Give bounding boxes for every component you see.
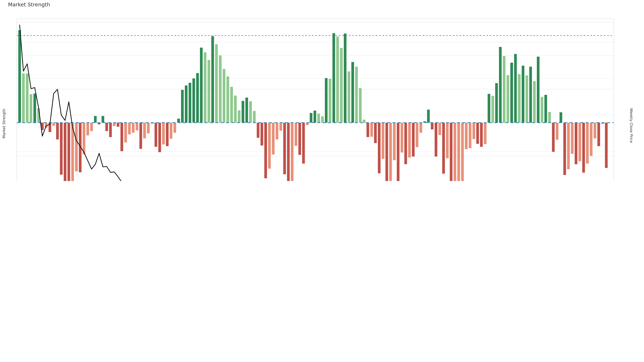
- strength-bar: [503, 56, 506, 123]
- strength-bar: [253, 111, 256, 123]
- strength-bar: [518, 74, 520, 123]
- strength-bar: [567, 123, 570, 169]
- strength-bar: [26, 73, 28, 123]
- strength-bar: [355, 67, 358, 123]
- strength-bar: [563, 123, 566, 175]
- strength-bar: [143, 123, 146, 138]
- strength-bar: [416, 123, 418, 147]
- strength-bar: [325, 78, 328, 123]
- strength-bar: [276, 123, 278, 139]
- strength-bar: [412, 123, 414, 157]
- strength-bar: [556, 123, 558, 140]
- strength-bar: [329, 79, 332, 123]
- strength-bar: [529, 67, 532, 123]
- strength-bar: [571, 123, 574, 154]
- strength-bar: [128, 123, 131, 134]
- strength-bar: [75, 123, 78, 171]
- strength-bar: [461, 123, 464, 181]
- strength-bar: [242, 101, 244, 123]
- strength-bar: [260, 123, 263, 145]
- strength-bar: [30, 94, 32, 123]
- strength-bar: [469, 123, 472, 148]
- strength-bar: [389, 123, 392, 181]
- strength-bar: [185, 85, 188, 123]
- strength-bar: [102, 116, 104, 123]
- strength-bar: [332, 33, 335, 123]
- strength-bar: [238, 110, 240, 123]
- strength-bar: [476, 123, 479, 144]
- strength-bar: [499, 47, 502, 123]
- strength-bar: [450, 123, 452, 181]
- strength-bar: [408, 123, 411, 158]
- strength-bar: [544, 95, 547, 123]
- chart-canvas: [0, 0, 644, 181]
- strength-bar: [442, 123, 445, 174]
- strength-bar: [435, 123, 438, 157]
- strength-bar: [484, 123, 486, 144]
- strength-bar: [162, 123, 165, 144]
- strength-bar: [257, 123, 260, 138]
- strength-bar: [94, 116, 96, 123]
- strength-bar: [454, 123, 456, 181]
- strength-bar: [378, 123, 380, 173]
- strength-bar: [234, 95, 237, 123]
- strength-bar: [363, 120, 366, 123]
- strength-bar: [560, 112, 562, 123]
- strength-bar: [22, 73, 25, 123]
- strength-bar: [226, 76, 229, 123]
- strength-bar: [56, 123, 59, 139]
- strength-bar: [541, 97, 544, 123]
- strength-bar: [204, 52, 206, 123]
- strength-bar: [310, 113, 312, 123]
- strength-bar: [438, 123, 441, 135]
- strength-bar: [321, 116, 324, 123]
- strength-bar: [33, 93, 36, 123]
- strength-bar: [189, 83, 191, 123]
- strength-bar: [139, 123, 142, 149]
- strength-bar: [245, 97, 248, 123]
- strength-bar: [136, 123, 138, 130]
- strength-bar: [374, 123, 377, 143]
- strength-bar: [370, 123, 373, 137]
- strength-bar: [249, 101, 252, 123]
- strength-bar: [386, 123, 388, 181]
- strength-bar: [215, 44, 218, 123]
- strength-bar: [120, 123, 123, 151]
- strength-bar: [64, 123, 66, 181]
- strength-bar: [105, 123, 108, 131]
- strength-bar: [340, 48, 343, 123]
- strength-bar: [302, 123, 305, 164]
- strength-bar: [200, 48, 202, 123]
- strength-bar: [264, 123, 267, 178]
- strength-bar: [488, 94, 490, 123]
- strength-bar: [166, 123, 168, 146]
- strength-bar: [109, 123, 112, 137]
- strength-bar: [60, 123, 62, 175]
- strength-bar: [431, 123, 434, 129]
- strength-bar: [192, 78, 195, 123]
- strength-bar: [510, 63, 513, 123]
- strength-bar: [506, 75, 509, 123]
- strength-bar: [181, 90, 184, 123]
- strength-bar: [230, 87, 233, 123]
- strength-bar: [196, 73, 199, 123]
- strength-bar: [132, 123, 134, 133]
- strength-bar: [170, 123, 172, 139]
- strength-bar: [219, 55, 222, 123]
- strength-bar: [465, 123, 468, 149]
- strength-bar: [86, 123, 89, 135]
- strength-bar: [268, 123, 271, 169]
- strength-bar: [272, 123, 274, 155]
- strength-bar: [420, 123, 422, 133]
- chart-page: Market Strength Market Strength Weekly C…: [0, 0, 644, 181]
- strength-bar: [575, 123, 578, 164]
- strength-bar: [522, 66, 524, 123]
- strength-bar: [154, 123, 157, 147]
- strength-bar: [283, 123, 286, 174]
- strength-bar: [344, 33, 346, 123]
- strength-bar: [317, 114, 320, 123]
- strength-bar: [382, 123, 384, 159]
- strength-bar: [223, 69, 226, 123]
- strength-bar: [590, 123, 592, 156]
- strength-bar: [208, 60, 210, 123]
